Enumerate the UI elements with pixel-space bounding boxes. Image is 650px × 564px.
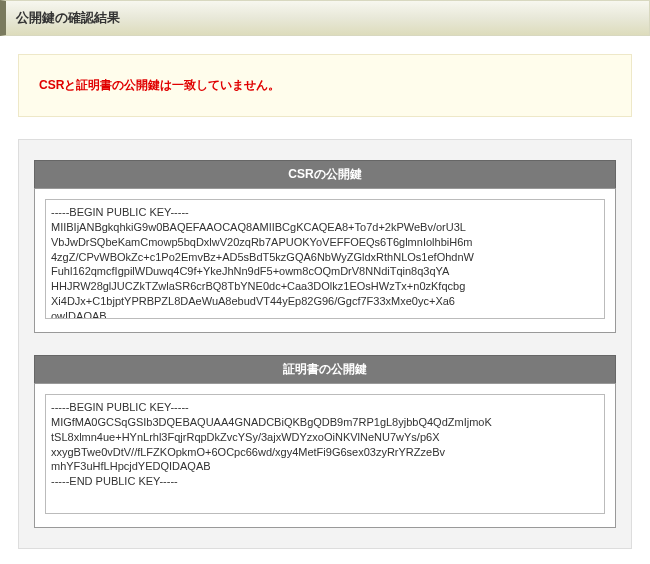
cert-key-section: 証明書の公開鍵 — [34, 355, 616, 528]
csr-key-textarea[interactable] — [45, 199, 605, 319]
page-title-bar: 公開鍵の確認結果 — [0, 0, 650, 36]
alert-box: CSRと証明書の公開鍵は一致していません。 — [18, 54, 632, 117]
csr-key-header: CSRの公開鍵 — [34, 160, 616, 188]
alert-message: CSRと証明書の公開鍵は一致していません。 — [39, 77, 611, 94]
cert-key-body — [34, 383, 616, 528]
content-panel: CSRの公開鍵 証明書の公開鍵 — [18, 139, 632, 549]
cert-key-textarea[interactable] — [45, 394, 605, 514]
csr-key-body — [34, 188, 616, 333]
cert-key-header: 証明書の公開鍵 — [34, 355, 616, 383]
page-title: 公開鍵の確認結果 — [16, 9, 639, 27]
csr-key-section: CSRの公開鍵 — [34, 160, 616, 333]
